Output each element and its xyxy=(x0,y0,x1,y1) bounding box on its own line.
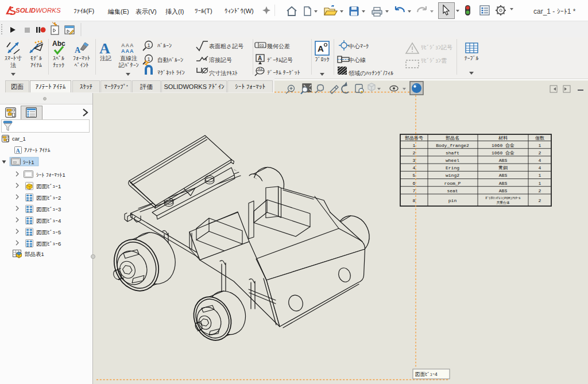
svg-text:2: 2 xyxy=(539,150,541,156)
svg-text:4: 4 xyxy=(539,165,541,170)
svg-text:1: 1 xyxy=(539,143,541,148)
svg-text:ABS: ABS xyxy=(499,158,508,163)
svg-text:wheel: wheel xyxy=(446,158,459,163)
svg-text:個数: 個数 xyxy=(535,135,544,141)
svg-text:A: A xyxy=(16,148,21,154)
svg-text:図面ﾋﾞｭｰ1: 図面ﾋﾞｭｰ1 xyxy=(36,183,61,189)
svg-text:ｼｰﾄ1: ｼｰﾄ1 xyxy=(23,159,34,165)
svg-text:1: 1 xyxy=(148,56,150,62)
svg-text:3: 3 xyxy=(413,158,416,163)
svg-text:4: 4 xyxy=(539,158,541,163)
svg-text:2: 2 xyxy=(413,150,416,156)
svg-text:ﾎﾟﾘｵｷｼﾒﾁﾚﾝ(POM)ｱｾﾀｰﾙ: ﾎﾟﾘｵｷｼﾒﾁﾚﾝ(POM)ｱｾﾀｰﾙ xyxy=(485,196,521,200)
svg-text:A1: A1 xyxy=(258,67,263,71)
svg-text:8: 8 xyxy=(413,198,416,203)
svg-text:1060 合金: 1060 合金 xyxy=(492,143,514,148)
svg-text:ABS: ABS xyxy=(499,181,508,186)
svg-text:ｱﾉﾃｰﾄ ｱｲﾃﾑ: ｱﾉﾃｰﾄ ｱｲﾃﾑ xyxy=(24,147,51,153)
svg-text:2: 2 xyxy=(539,188,541,193)
svg-text:1: 1 xyxy=(539,181,541,186)
svg-text:図面ﾋﾞｭｰ4: 図面ﾋﾞｭｰ4 xyxy=(415,371,438,377)
svg-text:4: 4 xyxy=(413,165,416,170)
svg-text:wing2: wing2 xyxy=(446,173,459,178)
svg-text:1: 1 xyxy=(413,143,416,148)
svg-text:部品名: 部品名 xyxy=(446,135,459,141)
svg-text:黄銅: 黄銅 xyxy=(498,165,508,170)
svg-text:ABS: ABS xyxy=(499,188,508,193)
svg-text:1: 1 xyxy=(539,173,541,178)
svg-text:図面ﾋﾞｭｰ4: 図面ﾋﾞｭｰ4 xyxy=(36,218,61,224)
svg-text:A: A xyxy=(258,55,262,61)
svg-text:部品番号: 部品番号 xyxy=(405,135,423,141)
svg-text:AAA: AAA xyxy=(121,42,134,48)
svg-text:A: A xyxy=(99,40,110,56)
svg-text:Abc: Abc xyxy=(52,40,65,48)
svg-text:ABS: ABS xyxy=(499,173,508,178)
svg-text:AAA: AAA xyxy=(121,48,134,53)
svg-text:car_1: car_1 xyxy=(12,135,26,142)
svg-text:5: 5 xyxy=(413,173,416,178)
svg-text:pin: pin xyxy=(448,198,457,203)
svg-text:A: A xyxy=(75,46,81,55)
svg-text:1: 1 xyxy=(148,42,150,48)
svg-text:1060 合金: 1060 合金 xyxy=(492,150,514,156)
svg-text:図面ﾋﾞｭｰ5: 図面ﾋﾞｭｰ5 xyxy=(36,229,61,235)
svg-text:図面ﾋﾞｭｰ2: 図面ﾋﾞｭｰ2 xyxy=(36,195,61,201)
svg-text:材料: 材料 xyxy=(498,135,508,141)
svg-text:2: 2 xyxy=(539,198,541,203)
svg-text:共重合体: 共重合体 xyxy=(496,200,509,205)
svg-text:図面ﾋﾞｭｰ3: 図面ﾋﾞｭｰ3 xyxy=(36,206,61,212)
svg-text:seat: seat xyxy=(447,188,458,193)
svg-text:6: 6 xyxy=(413,181,416,186)
svg-text:A: A xyxy=(318,44,324,53)
svg-text:7: 7 xyxy=(413,188,416,193)
svg-text:03: 03 xyxy=(260,44,264,48)
svg-text:ｼｰﾄ ﾌｫｰﾏｯﾄ1: ｼｰﾄ ﾌｫｰﾏｯﾄ1 xyxy=(36,172,65,178)
svg-text:room_P: room_P xyxy=(444,181,461,186)
svg-text:Ering: Ering xyxy=(446,165,459,170)
svg-text:部品表1: 部品表1 xyxy=(25,251,44,257)
svg-text:shaft: shaft xyxy=(446,150,459,156)
svg-text:図面ﾋﾞｭｰ6: 図面ﾋﾞｭｰ6 xyxy=(36,241,61,247)
svg-text:Body_frange2: Body_frange2 xyxy=(436,143,469,148)
